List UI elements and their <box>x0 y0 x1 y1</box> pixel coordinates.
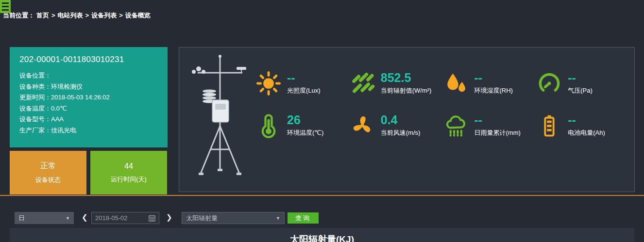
battery-value: -- <box>568 113 605 126</box>
prev-date-button[interactable]: ❮ <box>82 213 88 221</box>
device-field-label: 更新时间： <box>19 94 51 101</box>
device-field-label: 生产厂家： <box>19 127 51 134</box>
metric-wind: 0.4 当前风速(m/s) <box>350 113 443 138</box>
rain-cloud-icon <box>443 113 469 138</box>
device-field-value: 0.0℃ <box>51 105 67 112</box>
uptime-value: 44 <box>124 162 133 171</box>
wind-label: 当前风速(m/s) <box>381 129 421 137</box>
device-info-card: 202-00001-0011803010231 设备位置： 设备种类：环境检测仪… <box>10 47 168 147</box>
metric-type-select[interactable]: 太阳辐射量 ▼ <box>182 212 285 224</box>
device-status-label: 设备状态 <box>35 176 61 184</box>
radiation-value: 852.5 <box>381 71 432 84</box>
date-input[interactable]: 2018-05-02 <box>91 212 159 224</box>
device-status-box: 正常 设备状态 <box>10 151 86 194</box>
weather-station-image <box>186 53 254 187</box>
device-field-label: 设备种类： <box>19 83 51 90</box>
device-field-value: 2018-05-03 14:26:02 <box>51 94 110 101</box>
calendar-icon[interactable] <box>149 215 155 222</box>
pressure-value: -- <box>568 71 593 84</box>
rainfall-label: 日雨量累计(mm) <box>475 129 521 137</box>
battery-icon <box>537 113 562 138</box>
breadcrumb-item-device-list[interactable]: 设备列表 <box>91 12 117 19</box>
radiation-icon <box>350 71 375 96</box>
humidity-value: -- <box>475 71 513 84</box>
device-field-label: 设备温度： <box>19 105 51 112</box>
period-select[interactable]: 日 ▼ <box>15 212 74 224</box>
temperature-label: 环境温度(℃) <box>287 129 323 137</box>
radiation-label: 当前辐射值(W/m²) <box>381 86 432 95</box>
page: 当前位置：首页>电站列表>设备列表>设备概览 202-00001-0011803… <box>0 0 644 242</box>
gauge-icon <box>537 71 562 96</box>
device-field-value: 佳讯光电 <box>51 127 76 134</box>
next-date-button[interactable]: ❯ <box>166 213 172 221</box>
pressure-label: 气压(Pa) <box>568 86 593 95</box>
metric-radiation: 852.5 当前辐射值(W/m²) <box>350 71 443 96</box>
chevron-down-icon: ▼ <box>66 216 70 221</box>
device-field-value: 环境检测仪 <box>51 83 83 90</box>
metric-type-select-value: 太阳辐射量 <box>186 214 218 223</box>
metric-battery: -- 电池电量(Ah) <box>537 113 630 138</box>
device-field-label: 设备位置： <box>19 72 51 79</box>
metric-pressure: -- 气压(Pa) <box>537 71 630 96</box>
wind-value: 0.4 <box>381 113 421 126</box>
fan-icon <box>350 113 375 138</box>
breadcrumb-item-device-overview[interactable]: 设备概览 <box>125 12 151 19</box>
device-status-value: 正常 <box>40 161 56 171</box>
chart-panel: 太阳辐射量(KJ) <box>10 228 634 242</box>
metric-light: -- 光照度(Lux) <box>256 71 350 96</box>
environment-metrics-panel: -- 光照度(Lux) 852.5 <box>179 47 635 192</box>
section-divider <box>0 195 644 196</box>
metric-temperature: 26 环境温度(℃) <box>256 113 350 138</box>
date-input-value: 2018-05-02 <box>95 214 128 222</box>
metric-humidity: -- 环境湿度(RH) <box>443 71 537 96</box>
breadcrumb-item-home[interactable]: 首页 <box>36 12 49 19</box>
query-controls: 日 ▼ ❮ 2018-05-02 ❯ 太阳辐射量 ▼ 查询 <box>15 212 355 225</box>
temperature-value: 26 <box>287 113 323 126</box>
thermometer-icon <box>256 113 281 138</box>
query-button[interactable]: 查询 <box>288 212 319 224</box>
uptime-box: 44 运行时间(天) <box>90 151 167 194</box>
light-label: 光照度(Lux) <box>287 86 321 95</box>
breadcrumb: 当前位置：首页>电站列表>设备列表>设备概览 <box>3 11 153 20</box>
battery-label: 电池电量(Ah) <box>568 129 605 137</box>
chart-title: 太阳辐射量(KJ) <box>10 233 634 242</box>
period-select-value: 日 <box>18 214 25 223</box>
uptime-label: 运行时间(天) <box>111 175 147 184</box>
light-value: -- <box>287 71 321 84</box>
chevron-down-icon: ▼ <box>276 216 280 221</box>
metrics-grid: -- 光照度(Lux) 852.5 <box>256 62 630 146</box>
rainfall-value: -- <box>475 113 521 126</box>
breadcrumb-item-station-list[interactable]: 电站列表 <box>58 12 83 19</box>
menu-hamburger-icon[interactable] <box>0 0 11 13</box>
device-field-value: AAA <box>51 115 64 123</box>
humidity-icon <box>443 71 469 96</box>
device-id: 202-00001-0011803010231 <box>19 55 158 65</box>
device-field-label: 设备型号： <box>19 115 51 123</box>
sun-icon <box>256 71 281 96</box>
metric-rainfall: -- 日雨量累计(mm) <box>443 113 537 138</box>
humidity-label: 环境湿度(RH) <box>475 86 513 95</box>
